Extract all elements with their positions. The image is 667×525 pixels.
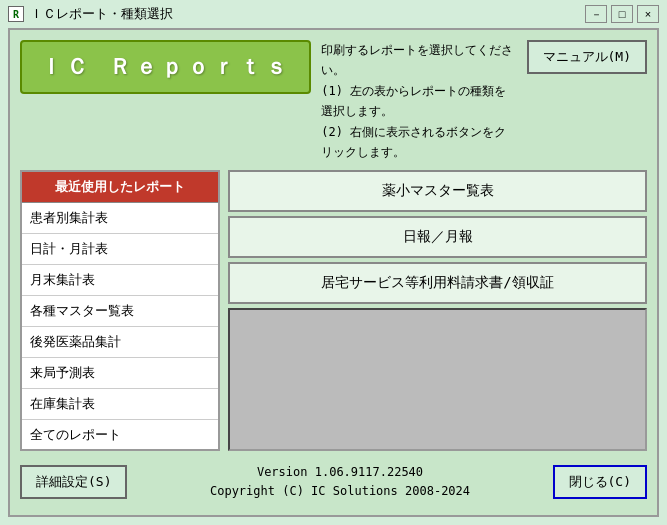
app-icon: R	[8, 6, 24, 22]
report-button-0[interactable]: 薬小マスター覧表	[228, 170, 647, 212]
instruction-line2: (1) 左の表からレポートの種類を選択します。	[321, 81, 516, 122]
ic-reports-logo: ＩＣ Ｒｅｐｏｒｔｓ	[20, 40, 311, 94]
top-section: ＩＣ Ｒｅｐｏｒｔｓ 印刷するレポートを選択してください。 (1) 左の表からレ…	[20, 40, 647, 162]
list-item[interactable]: 来局予測表	[22, 358, 218, 389]
title-bar-controls: － □ ×	[585, 5, 659, 23]
list-item[interactable]: 後発医薬品集計	[22, 327, 218, 358]
empty-area	[228, 308, 647, 450]
window-title: ＩＣレポート・種類選択	[30, 5, 173, 23]
report-button-2[interactable]: 居宅サービス等利用料請求書/領収証	[228, 262, 647, 304]
list-item[interactable]: 月末集計表	[22, 265, 218, 296]
manual-button[interactable]: マニュアル(M)	[527, 40, 647, 74]
list-item[interactable]: 在庫集計表	[22, 389, 218, 420]
title-bar-left: R ＩＣレポート・種類選択	[8, 5, 173, 23]
version-line1: Version 1.06.9117.22540	[210, 463, 470, 482]
list-header: 最近使用したレポート	[22, 172, 218, 203]
left-panel: 最近使用したレポート 患者別集計表 日計・月計表 月末集計表 各種マスター覧表 …	[20, 170, 220, 450]
list-item[interactable]: 全てのレポート	[22, 420, 218, 448]
instruction-line3: (2) 右側に表示されるボタンをクリックします。	[321, 122, 516, 163]
instruction-line1: 印刷するレポートを選択してください。	[321, 40, 516, 81]
close-button[interactable]: 閉じる(C)	[553, 465, 647, 499]
instructions: 印刷するレポートを選択してください。 (1) 左の表からレポートの種類を選択しま…	[321, 40, 516, 162]
detail-settings-button[interactable]: 詳細設定(S)	[20, 465, 127, 499]
title-bar: R ＩＣレポート・種類選択 － □ ×	[0, 0, 667, 28]
list-item[interactable]: 日計・月計表	[22, 234, 218, 265]
minimize-button[interactable]: －	[585, 5, 607, 23]
close-window-button[interactable]: ×	[637, 5, 659, 23]
maximize-button[interactable]: □	[611, 5, 633, 23]
version-info: Version 1.06.9117.22540 Copyright (C) IC…	[210, 463, 470, 501]
content-area: 最近使用したレポート 患者別集計表 日計・月計表 月末集計表 各種マスター覧表 …	[20, 170, 647, 450]
list-item[interactable]: 患者別集計表	[22, 203, 218, 234]
report-button-1[interactable]: 日報／月報	[228, 216, 647, 258]
list-item[interactable]: 各種マスター覧表	[22, 296, 218, 327]
list-container: 最近使用したレポート 患者別集計表 日計・月計表 月末集計表 各種マスター覧表 …	[22, 172, 218, 448]
bottom-bar: 詳細設定(S) Version 1.06.9117.22540 Copyrigh…	[20, 459, 647, 505]
main-window: ＩＣ Ｒｅｐｏｒｔｓ 印刷するレポートを選択してください。 (1) 左の表からレ…	[8, 28, 659, 517]
version-line2: Copyright (C) IC Solutions 2008-2024	[210, 482, 470, 501]
right-panel: 薬小マスター覧表 日報／月報 居宅サービス等利用料請求書/領収証	[228, 170, 647, 450]
